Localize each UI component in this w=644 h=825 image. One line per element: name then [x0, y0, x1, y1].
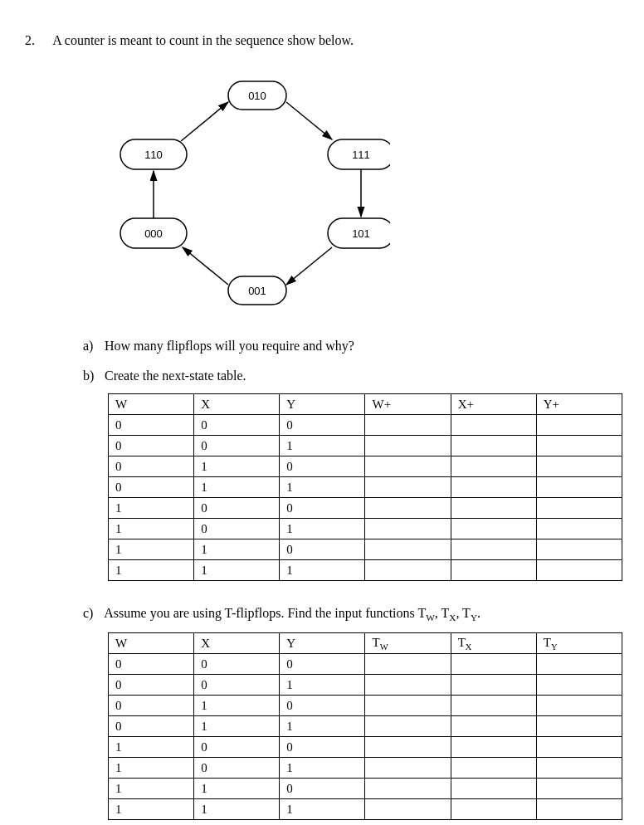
t-flipflop-table: W X Y TW TX TY 000 001 010 011 100 101 1… — [108, 632, 622, 820]
next-state-table: W X Y W+ X+ Y+ 000 001 010 011 100 101 1… — [108, 393, 622, 581]
col-header: X — [194, 394, 280, 415]
col-header: X+ — [451, 394, 536, 415]
state-label: 110 — [144, 149, 163, 161]
state-label: 000 — [144, 227, 163, 240]
question-prompt: A counter is meant to count in the seque… — [52, 33, 354, 47]
table-header-row: W X Y W+ X+ Y+ — [109, 394, 622, 415]
col-header: W — [109, 633, 194, 654]
table-row: 000 — [109, 415, 622, 436]
state-label: 010 — [248, 90, 266, 102]
col-header: TY — [536, 633, 622, 654]
part-c-text: Assume you are using T-flipflops. Find t… — [104, 606, 481, 620]
state-label: 111 — [352, 149, 370, 161]
table-row: 110 — [109, 779, 622, 799]
transition-edge — [181, 102, 228, 141]
table-row: 000 — [109, 654, 622, 675]
table-row: 101 — [109, 519, 622, 539]
col-header: Y — [280, 394, 365, 415]
table-row: 001 — [109, 675, 622, 696]
part-a: a) How many flipflops will you require a… — [83, 339, 619, 354]
table-row: 001 — [109, 436, 622, 456]
table-row: 010 — [109, 456, 622, 477]
col-header: Y — [280, 633, 365, 654]
table-row: 010 — [109, 696, 622, 716]
transition-edge — [183, 247, 228, 285]
col-header: W+ — [365, 394, 451, 415]
part-b: b) Create the next-state table. — [83, 369, 619, 383]
part-b-text: Create the next-state table. — [105, 369, 246, 383]
col-header: TW — [365, 633, 451, 654]
table-row: 100 — [109, 498, 622, 519]
question-number: 2. — [25, 33, 50, 48]
col-header: W — [109, 394, 194, 415]
state-label: 001 — [248, 285, 266, 297]
col-header: TX — [451, 633, 536, 654]
col-header: X — [194, 633, 280, 654]
transition-edge — [286, 247, 332, 285]
table-row: 011 — [109, 716, 622, 737]
table-row: 011 — [109, 477, 622, 498]
table-row: 101 — [109, 758, 622, 779]
transition-edge — [286, 102, 332, 139]
question-header: 2. A counter is meant to count in the se… — [25, 33, 619, 48]
table-row: 111 — [109, 560, 622, 581]
part-a-text: How many flipflops will you require and … — [105, 339, 354, 353]
col-header: Y+ — [536, 394, 622, 415]
table-row: 110 — [109, 539, 622, 560]
part-b-label: b) — [83, 369, 101, 383]
state-diagram: 010 110 111 000 101 001 — [91, 65, 390, 314]
part-a-label: a) — [83, 339, 101, 354]
table-header-row: W X Y TW TX TY — [109, 633, 622, 654]
table-row: 100 — [109, 737, 622, 758]
table-row: 111 — [109, 799, 622, 820]
part-c-label: c) — [83, 606, 101, 621]
part-c: c) Assume you are using T-flipflops. Fin… — [83, 606, 619, 622]
state-label: 101 — [352, 227, 370, 240]
